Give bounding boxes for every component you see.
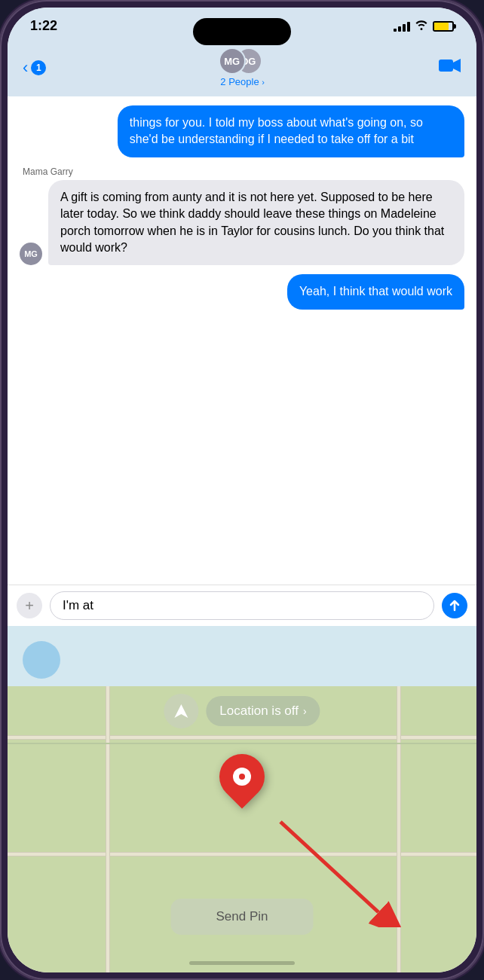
- map-divider: [8, 743, 476, 744]
- message-bubble-out-1: things for you. I told my boss about wha…: [118, 105, 464, 157]
- battery-icon: [433, 21, 454, 32]
- pin-inner: [233, 768, 251, 786]
- location-chevron-icon: ›: [303, 705, 307, 717]
- video-call-button[interactable]: [439, 57, 461, 78]
- message-bubble-in-1: Mama Garry MG A gift is coming from aunt…: [20, 166, 464, 266]
- status-time: 1:22: [30, 18, 57, 34]
- svg-rect-0: [439, 60, 453, 72]
- bubble-avatar-mg: MG: [20, 243, 42, 265]
- location-arrow-button[interactable]: [164, 694, 198, 728]
- dynamic-island: [193, 18, 291, 45]
- map-blue-dot: [23, 641, 60, 679]
- send-pin-label: Send Pin: [216, 909, 268, 924]
- road-h-2: [8, 852, 476, 856]
- group-chevron: ›: [262, 78, 265, 87]
- message-input[interactable]: I'm at: [50, 591, 434, 620]
- nav-bar: ‹ 1 MG DG 2 People ›: [8, 40, 476, 96]
- input-area: + I'm at: [8, 585, 476, 626]
- back-button[interactable]: ‹ 1: [23, 58, 46, 78]
- map-top-band: [8, 626, 476, 686]
- location-status-pill[interactable]: Location is off ›: [206, 696, 320, 726]
- wifi-icon: [415, 20, 428, 32]
- screen: 1:22 ‹: [8, 8, 476, 972]
- phone-frame: 1:22 ‹: [0, 0, 484, 980]
- avatar-group: MG DG: [219, 47, 267, 75]
- location-bar: Location is off ›: [164, 694, 320, 728]
- back-badge: 1: [31, 60, 46, 75]
- message-bubble-out-2: Yeah, I think that would work: [287, 274, 464, 309]
- avatar-mg: MG: [219, 47, 246, 75]
- home-indicator: [189, 961, 295, 965]
- back-chevron-icon: ‹: [23, 58, 28, 78]
- road-h-1: [8, 735, 476, 740]
- add-attachment-button[interactable]: +: [17, 593, 42, 618]
- messages-area: things for you. I told my boss about wha…: [8, 96, 476, 585]
- send-pin-button[interactable]: Send Pin: [171, 899, 314, 935]
- signal-icon: [394, 21, 410, 32]
- svg-marker-2: [174, 704, 188, 718]
- send-button[interactable]: [442, 593, 467, 618]
- pin-head: [210, 745, 274, 809]
- status-icons: [394, 20, 454, 32]
- bubble-sender: Mama Garry: [20, 166, 464, 177]
- nav-center: MG DG 2 People ›: [219, 47, 267, 87]
- pin-dot: [239, 774, 245, 780]
- location-status-text: Location is off: [219, 704, 299, 719]
- map-overlay: Location is off ›: [8, 626, 476, 972]
- group-title[interactable]: 2 People ›: [220, 76, 265, 87]
- road-v-1: [106, 686, 110, 972]
- bubble-in-text: A gift is coming from aunty and it is no…: [48, 180, 464, 266]
- svg-marker-1: [453, 59, 461, 72]
- map-pin: [219, 754, 265, 807]
